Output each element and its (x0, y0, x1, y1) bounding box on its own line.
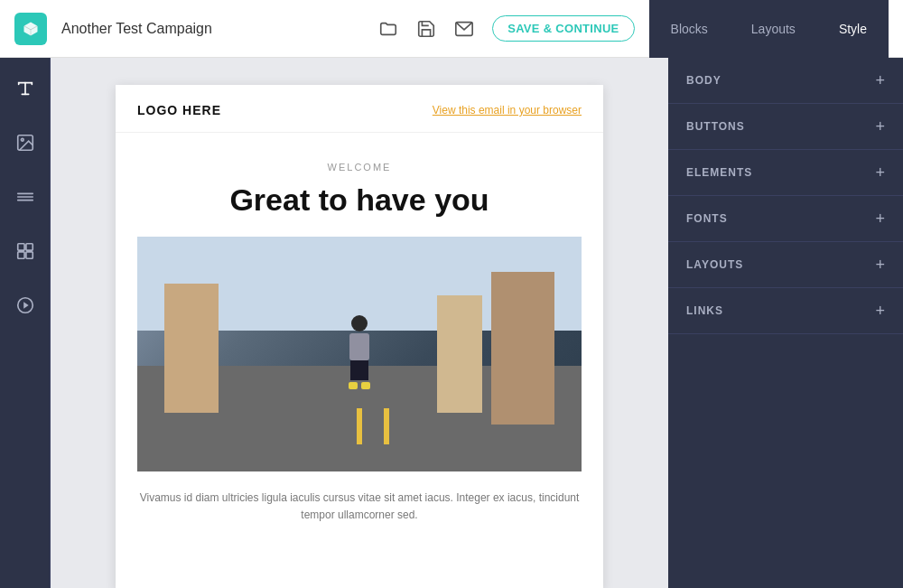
svg-rect-11 (17, 252, 23, 258)
tab-layouts[interactable]: Layouts (730, 0, 817, 58)
welcome-label: WELCOME (137, 162, 582, 173)
block-tool-icon[interactable] (9, 235, 42, 267)
svg-point-5 (21, 138, 23, 141)
panel-section-body-header[interactable]: BODY + (668, 58, 903, 103)
road-line-1 (357, 408, 362, 444)
view-browser-link[interactable]: View this email in your browser (433, 104, 582, 117)
email-canvas: LOGO HERE View this email in your browse… (116, 85, 603, 588)
email-image-section (116, 237, 603, 471)
panel-buttons-expand-icon: + (875, 118, 885, 135)
panel-section-elements-label: ELEMENTS (686, 166, 752, 179)
main-content: LOGO HERE View this email in your browse… (0, 58, 903, 588)
panel-section-links: LINKS + (668, 288, 903, 334)
email-hero-image (137, 237, 582, 471)
svg-rect-12 (25, 252, 32, 258)
road-line-2 (384, 408, 389, 444)
canvas-area: LOGO HERE View this email in your browse… (51, 58, 668, 588)
skater-head (351, 315, 368, 331)
save-icon[interactable] (416, 19, 436, 39)
panel-layouts-expand-icon: + (875, 257, 885, 273)
email-welcome-section: WELCOME Great to have you (116, 133, 603, 237)
skater-shoes (349, 382, 370, 389)
panel-section-fonts-header[interactable]: FONTS + (668, 196, 903, 241)
panel-body-expand-icon: + (875, 72, 885, 89)
welcome-heading: Great to have you (137, 182, 582, 219)
app-header: Another Test Campaign SAVE & CONTINUE Bl… (0, 0, 903, 58)
panel-section-body: BODY + (668, 58, 903, 104)
panel-section-layouts-header[interactable]: LAYOUTS + (668, 242, 903, 287)
panel-section-buttons-label: BUTTONS (686, 120, 745, 133)
panel-section-fonts-label: FONTS (686, 212, 728, 225)
app-logo[interactable] (14, 13, 47, 45)
header-action-icons: SAVE & CONTINUE (378, 15, 634, 42)
panel-section-links-label: LINKS (686, 304, 723, 317)
tab-blocks[interactable]: Blocks (649, 0, 730, 58)
campaign-title: Another Test Campaign (61, 21, 364, 37)
envelope-icon[interactable] (454, 19, 474, 39)
panel-section-layouts-label: LAYOUTS (686, 258, 743, 271)
skater-body (349, 333, 369, 360)
panel-section-buttons-header[interactable]: BUTTONS + (668, 104, 903, 149)
panel-section-links-header[interactable]: LINKS + (668, 288, 903, 333)
panel-section-body-label: BODY (686, 74, 721, 87)
panel-fonts-expand-icon: + (875, 210, 885, 227)
building-mid (437, 295, 482, 413)
svg-rect-9 (17, 244, 23, 250)
email-body-paragraph: Vivamus id diam ultricies ligula iaculis… (137, 490, 582, 524)
building-right (491, 272, 554, 425)
right-style-panel: BODY + BUTTONS + ELEMENTS + FONTS + LAYO (668, 58, 903, 588)
email-header-row: LOGO HERE View this email in your browse… (116, 85, 603, 133)
tab-style[interactable]: Style (817, 0, 889, 58)
skater-shoe-left (349, 382, 358, 389)
svg-rect-10 (25, 244, 32, 250)
left-sidebar (0, 58, 51, 588)
skater-shoe-right (361, 382, 370, 389)
skater-figure (349, 315, 370, 389)
email-body-text: Vivamus id diam ultricies ligula iaculis… (116, 471, 603, 538)
panel-section-layouts: LAYOUTS + (668, 242, 903, 288)
skater-pants (350, 360, 368, 380)
divider-tool-icon[interactable] (9, 181, 42, 213)
panel-section-fonts: FONTS + (668, 196, 903, 242)
play-tool-icon[interactable] (9, 289, 42, 322)
save-continue-button[interactable]: SAVE & CONTINUE (492, 15, 634, 42)
panel-links-expand-icon: + (875, 303, 885, 319)
header-left: Another Test Campaign SAVE & CONTINUE (14, 13, 635, 45)
email-logo-text: LOGO HERE (137, 103, 221, 117)
svg-marker-14 (23, 302, 29, 308)
text-tool-icon[interactable] (9, 72, 42, 105)
panel-section-elements-header[interactable]: ELEMENTS + (668, 150, 903, 195)
building-left (164, 284, 219, 413)
main-tabs: Blocks Layouts Style (649, 0, 889, 58)
panel-section-buttons: BUTTONS + (668, 104, 903, 150)
folder-icon[interactable] (378, 19, 398, 39)
image-tool-icon[interactable] (9, 126, 42, 159)
panel-section-elements: ELEMENTS + (668, 150, 903, 196)
street-scene (137, 237, 582, 471)
panel-elements-expand-icon: + (875, 164, 885, 181)
